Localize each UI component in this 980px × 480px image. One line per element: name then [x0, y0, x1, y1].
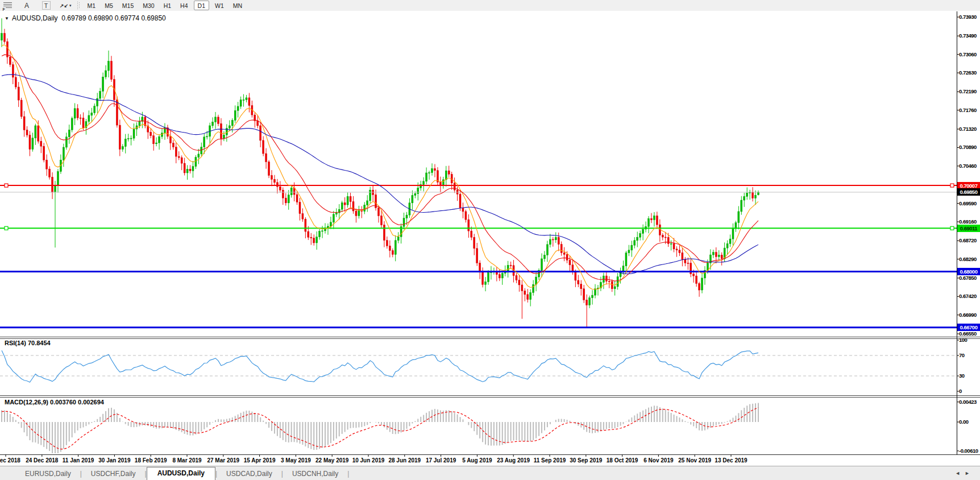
price-axis-tick: 0.67420: [959, 293, 977, 299]
tab-scroll-right-icon: ►: [965, 470, 974, 476]
date-axis-label: 30 Sep 2019: [570, 457, 602, 464]
macd-axis-tick: 0.00: [959, 419, 969, 425]
date-axis-label: 22 May 2019: [315, 457, 348, 464]
date-axis-label: 17 Jul 2019: [426, 457, 456, 464]
date-axis-label: 11 Sep 2019: [534, 457, 566, 464]
date-axis-label: 8 Mar 2019: [172, 457, 201, 464]
price-axis-tick: 0.70890: [959, 144, 977, 150]
date-axis-label: 18 Feb 2019: [135, 457, 167, 464]
price-axis-tick: 0.72630: [959, 69, 977, 76]
price-axis-tick: 0.73490: [959, 32, 977, 39]
chart-tab-usdcnh[interactable]: USDCNH,Daily: [283, 468, 347, 480]
price-line-badge: 0.68000: [957, 268, 980, 275]
rsi-axis-tick: 70: [959, 352, 965, 358]
macd-axis-tick: -0.00610: [959, 448, 978, 454]
price-axis-tick: 0.70460: [959, 163, 977, 169]
date-axis-label: 28 Jun 2019: [388, 457, 421, 464]
price-line-badge: 0.69011: [957, 225, 980, 232]
chart-tab-eurusd[interactable]: EURUSD,Daily: [16, 468, 80, 480]
date-axis-label: 27 Mar 2019: [207, 457, 239, 464]
price-axis-tick: 0.69590: [959, 200, 977, 206]
price-axis-tick: 0.72190: [959, 88, 977, 94]
price-axis-tick: 0.69160: [959, 218, 977, 225]
current-price-badge: 0.69850: [957, 188, 980, 196]
price-axis-tick: 0.66990: [959, 312, 977, 318]
price-axis-tick: 0.73060: [959, 51, 977, 57]
date-axis-label: 5 Aug 2019: [462, 457, 492, 464]
rsi-axis-tick: 0: [959, 388, 962, 394]
chart-title: ▼AUDUSD,Daily 0.69789 0.69890 0.69774 0.…: [5, 14, 166, 22]
date-axis-label: 24 Dec 2018: [26, 457, 58, 464]
chart-symbol: AUDUSD,Daily: [12, 14, 58, 22]
rsi-axis-tick: 100: [959, 337, 967, 343]
price-axis-tick: 0.68720: [959, 237, 977, 243]
date-axis-label: 10 Jun 2019: [352, 457, 385, 464]
tab-scroll-left-icon: ◄: [955, 470, 965, 476]
date-axis-label: 13 Dec 2019: [715, 457, 747, 464]
chart-tab-bar: EURUSD,Daily|USDCHF,Daily|AUDUSD,Daily|U…: [0, 466, 980, 480]
date-axis-label: 18 Oct 2019: [607, 457, 638, 464]
price-axis-tick: 0.68290: [959, 256, 977, 262]
chart-canvas[interactable]: [0, 0, 980, 480]
date-axis-label: 3 May 2019: [281, 457, 311, 464]
chart-ohlc-values: 0.69789 0.69890 0.69774 0.69850: [61, 14, 166, 22]
macd-axis-tick: 0.00423: [959, 399, 977, 405]
date-axis-label: 5 Dec 2018: [0, 457, 20, 464]
rsi-axis-tick: 30: [959, 373, 965, 379]
date-axis-label: 15 Apr 2019: [244, 457, 276, 464]
chart-tab-usdchf[interactable]: USDCHF,Daily: [82, 468, 145, 480]
tab-separator: |: [347, 470, 349, 480]
symbol-dropdown-icon[interactable]: ▼: [5, 16, 9, 21]
price-axis-tick: 0.67850: [959, 275, 977, 281]
price-axis-tick: 0.71320: [959, 126, 977, 132]
tab-scroll-arrows[interactable]: ◄►: [955, 470, 974, 476]
date-axis-label: 30 Jan 2019: [98, 457, 130, 464]
chart-tab-usdcad[interactable]: USDCAD,Daily: [217, 468, 281, 480]
price-axis-tick: 0.66550: [959, 330, 977, 337]
date-axis-label: 25 Nov 2019: [678, 457, 711, 464]
price-axis-tick: 0.73930: [959, 14, 977, 20]
date-axis-label: 23 Aug 2019: [497, 457, 530, 464]
price-axis-tick: 0.71760: [959, 107, 977, 113]
date-axis-label: 11 Jan 2019: [63, 457, 94, 464]
macd-indicator-label: MACD(12,26,9) 0.003760 0.002694: [5, 399, 104, 405]
rsi-indicator-label: RSI(14) 70.8454: [5, 340, 51, 346]
price-line-badge: 0.66700: [957, 324, 980, 331]
mt4-terminal: F A T ↗↙ ▾ M1M5M15M30H1H4D1W1MN ▼AUDUSD,…: [0, 0, 980, 480]
date-axis-label: 6 Nov 2019: [643, 457, 673, 464]
chart-tab-audusd[interactable]: AUDUSD,Daily: [147, 467, 215, 480]
